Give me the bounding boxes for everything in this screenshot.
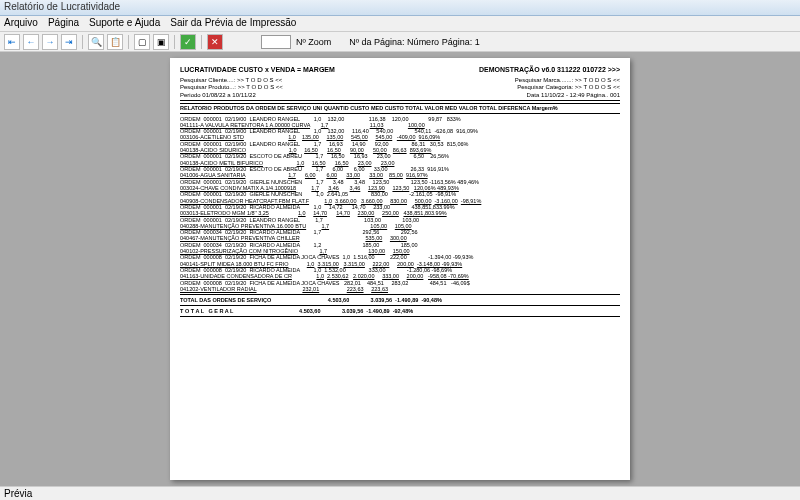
- menu-sair[interactable]: Sair da Prévia de Impressão: [170, 17, 296, 30]
- separator: [82, 35, 83, 49]
- window-title: Relatório de Lucratividade: [4, 1, 120, 12]
- menu-suporte[interactable]: Suporte e Ajuda: [89, 17, 160, 30]
- next-page-button[interactable]: →: [42, 34, 58, 50]
- column-header: RELATORIO PRODUTOS DA ORDEM DE SERVIÇO U…: [180, 103, 620, 113]
- filter-categoria: Pesquisar Categoria: >> T O D O S <<: [517, 84, 620, 91]
- status-text: Prévia: [4, 488, 32, 499]
- filter-marca: Pesquisar Marca.......: >> T O D O S <<: [515, 77, 620, 84]
- report-body: ORDEM 000001 02/19/00 LEANDRO RANGEL 1,0…: [180, 116, 620, 317]
- report-title-right: DEMONSTRAÇÃO v6.0 311222 010722 >>>: [479, 66, 620, 74]
- copy-button[interactable]: 📋: [107, 34, 123, 50]
- report-date: Data 11/10/22 - 12:49 Página.. 001: [527, 92, 620, 99]
- menu-bar: Arquivo Página Suporte e Ajuda Sair da P…: [0, 16, 800, 32]
- report-row: 041202-VENTILADOR RADIAL 232,01 223,63 2…: [180, 286, 620, 295]
- preview-viewport[interactable]: LUCRATIVIDADE CUSTO x VENDA = MARGEM DEM…: [0, 52, 800, 486]
- separator: [201, 35, 202, 49]
- filter-periodo: Periodo 01/08/22 a 10/11/22: [180, 92, 256, 99]
- title-bar: Relatório de Lucratividade: [0, 0, 800, 16]
- separator: [128, 35, 129, 49]
- separator: [174, 35, 175, 49]
- menu-arquivo[interactable]: Arquivo: [4, 17, 38, 30]
- zoom-input[interactable]: [261, 35, 291, 49]
- report-title-left: LUCRATIVIDADE CUSTO x VENDA = MARGEM: [180, 66, 335, 74]
- report-row: T O T A L G E R A L 4.503,60 3.039,56 -1…: [180, 305, 620, 317]
- report-row: TOTAL DAS ORDENS DE SERVIÇO 4.503,60 3.0…: [180, 297, 620, 303]
- first-page-button[interactable]: ⇤: [4, 34, 20, 50]
- last-page-button[interactable]: ⇥: [61, 34, 77, 50]
- prev-page-button[interactable]: ←: [23, 34, 39, 50]
- filter-cliente: Pesquisar Cliente....: >> T O D O S <<: [180, 77, 282, 84]
- filter-produto: Pesquisar Produto...: >> T O D O S <<: [180, 84, 283, 91]
- status-bar: Prévia: [0, 486, 800, 500]
- search-button[interactable]: 🔍: [88, 34, 104, 50]
- page-number-label: Nº da Página: Número Página: 1: [349, 37, 479, 47]
- close-button[interactable]: ✕: [207, 34, 223, 50]
- fit-page-button[interactable]: ▢: [134, 34, 150, 50]
- toolbar: ⇤ ← → ⇥ 🔍 📋 ▢ ▣ ✓ ✕ Nº Zoom Nº da Página…: [0, 32, 800, 52]
- report-page: LUCRATIVIDADE CUSTO x VENDA = MARGEM DEM…: [170, 58, 630, 480]
- export-button[interactable]: ✓: [180, 34, 196, 50]
- zoom-label: Nº Zoom: [296, 37, 331, 47]
- fit-width-button[interactable]: ▣: [153, 34, 169, 50]
- menu-pagina[interactable]: Página: [48, 17, 79, 30]
